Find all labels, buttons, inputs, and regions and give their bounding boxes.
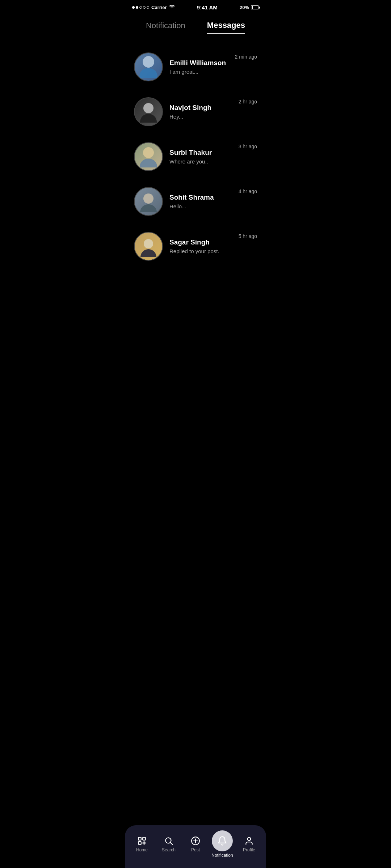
message-item-1[interactable]: Emilli Williamson I am great... 2 min ag…: [125, 44, 266, 89]
message-item-5[interactable]: Sagar Singh Replied to your post. 5 hr a…: [125, 224, 266, 269]
message-name-5: Sagar Singh: [169, 238, 232, 246]
carrier-label: Carrier: [151, 5, 167, 10]
battery-percent: 20%: [240, 5, 249, 10]
avatar-4: [134, 187, 163, 216]
message-time-3: 3 hr ago: [239, 144, 257, 149]
message-time-2: 2 hr ago: [239, 99, 257, 105]
message-preview-4: Hello...: [169, 203, 232, 209]
tab-notification[interactable]: Notification: [146, 21, 185, 33]
signal-dot-2: [136, 6, 138, 9]
status-time: 9:41 AM: [197, 4, 218, 10]
battery-icon: [251, 5, 259, 9]
message-name-4: Sohit Shrama: [169, 193, 232, 201]
message-content-5: Sagar Singh Replied to your post.: [169, 238, 232, 254]
message-list: Emilli Williamson I am great... 2 min ag…: [125, 37, 266, 276]
message-name-2: Navjot Singh: [169, 104, 232, 112]
message-preview-3: Where are you..: [169, 158, 232, 165]
message-time-5: 5 hr ago: [239, 233, 257, 239]
message-item-4[interactable]: Sohit Shrama Hello... 4 hr ago: [125, 179, 266, 224]
message-preview-1: I am great...: [169, 69, 228, 75]
status-right: 20%: [240, 5, 259, 10]
status-bar: Carrier 9:41 AM 20%: [125, 0, 266, 13]
signal-dot-1: [132, 6, 135, 9]
tab-messages[interactable]: Messages: [207, 21, 245, 34]
tab-header: Notification Messages: [125, 13, 266, 37]
message-name-3: Surbi Thakur: [169, 149, 232, 157]
svg-point-0: [172, 9, 172, 9]
message-preview-2: Hey...: [169, 114, 232, 120]
message-item-2[interactable]: Navjot Singh Hey... 2 hr ago: [125, 89, 266, 134]
message-content-3: Surbi Thakur Where are you..: [169, 149, 232, 165]
signal-dot-5: [147, 6, 149, 9]
message-item-3[interactable]: Surbi Thakur Where are you.. 3 hr ago: [125, 134, 266, 179]
avatar-2: [134, 97, 163, 126]
status-left: Carrier: [132, 4, 175, 10]
message-content-2: Navjot Singh Hey...: [169, 104, 232, 120]
message-name-1: Emilli Williamson: [169, 59, 228, 67]
avatar-5: [134, 232, 163, 261]
signal-dot-3: [139, 6, 142, 9]
signal-dots: [132, 6, 149, 9]
wifi-icon: [169, 4, 175, 10]
message-time-1: 2 min ago: [235, 54, 257, 60]
message-content-4: Sohit Shrama Hello...: [169, 193, 232, 209]
message-preview-5: Replied to your post.: [169, 248, 232, 254]
message-content-1: Emilli Williamson I am great...: [169, 59, 228, 75]
signal-dot-4: [143, 6, 146, 9]
avatar-3: [134, 142, 163, 171]
avatar-1: [134, 52, 163, 81]
message-time-4: 4 hr ago: [239, 188, 257, 194]
